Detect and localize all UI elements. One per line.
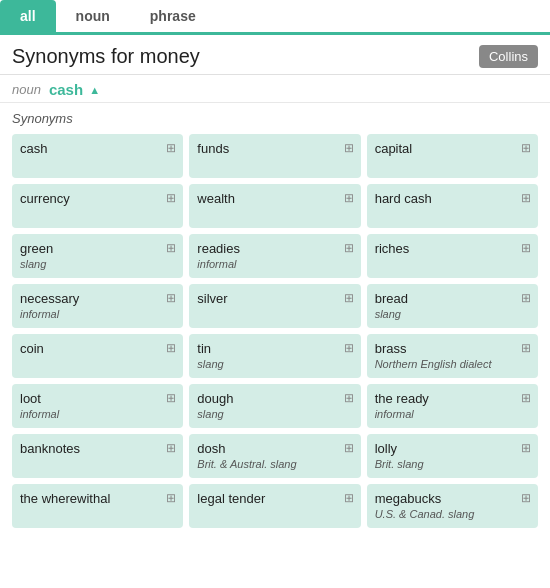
synonym-card[interactable]: coin⊞	[12, 334, 183, 378]
synonym-card[interactable]: lolly⊞Brit. slang	[367, 434, 538, 478]
synonym-card[interactable]: funds⊞	[189, 134, 360, 178]
collins-button[interactable]: Collins	[479, 45, 538, 68]
card-tag: slang	[20, 258, 175, 270]
synonyms-section: Synonyms cash⊞funds⊞capital⊞currency⊞wea…	[0, 103, 550, 532]
subheader: noun cash ▲	[0, 75, 550, 103]
book-icon[interactable]: ⊞	[521, 141, 531, 155]
synonym-card[interactable]: the ready⊞informal	[367, 384, 538, 428]
card-word: green	[20, 241, 175, 256]
synonym-card[interactable]: green⊞slang	[12, 234, 183, 278]
card-word: funds	[197, 141, 352, 156]
sort-arrow-icon[interactable]: ▲	[89, 84, 100, 96]
book-icon[interactable]: ⊞	[166, 391, 176, 405]
book-icon[interactable]: ⊞	[521, 191, 531, 205]
card-tag: slang	[375, 308, 530, 320]
tab-noun[interactable]: noun	[56, 0, 130, 32]
tab-phrase[interactable]: phrase	[130, 0, 216, 32]
book-icon[interactable]: ⊞	[344, 441, 354, 455]
synonym-card[interactable]: tin⊞slang	[189, 334, 360, 378]
card-word: megabucks	[375, 491, 530, 506]
book-icon[interactable]: ⊞	[166, 441, 176, 455]
synonym-card[interactable]: silver⊞	[189, 284, 360, 328]
book-icon[interactable]: ⊞	[166, 141, 176, 155]
card-word: necessary	[20, 291, 175, 306]
card-word: riches	[375, 241, 530, 256]
book-icon[interactable]: ⊞	[166, 291, 176, 305]
book-icon[interactable]: ⊞	[344, 341, 354, 355]
book-icon[interactable]: ⊞	[521, 391, 531, 405]
synonym-grid: cash⊞funds⊞capital⊞currency⊞wealth⊞hard …	[12, 134, 538, 528]
synonym-card[interactable]: currency⊞	[12, 184, 183, 228]
book-icon[interactable]: ⊞	[521, 441, 531, 455]
card-tag: Brit. & Austral. slang	[197, 458, 352, 470]
book-icon[interactable]: ⊞	[344, 191, 354, 205]
card-word: banknotes	[20, 441, 175, 456]
card-word: bread	[375, 291, 530, 306]
synonym-card[interactable]: the wherewithal⊞	[12, 484, 183, 528]
card-tag: Brit. slang	[375, 458, 530, 470]
card-tag: Northern English dialect	[375, 358, 530, 370]
synonym-card[interactable]: legal tender⊞	[189, 484, 360, 528]
card-tag: U.S. & Canad. slang	[375, 508, 530, 520]
headword[interactable]: cash	[49, 81, 83, 98]
tab-bar: all noun phrase	[0, 0, 550, 35]
book-icon[interactable]: ⊞	[344, 491, 354, 505]
tab-all[interactable]: all	[0, 0, 56, 32]
book-icon[interactable]: ⊞	[521, 491, 531, 505]
synonym-card[interactable]: dough⊞slang	[189, 384, 360, 428]
book-icon[interactable]: ⊞	[344, 391, 354, 405]
card-word: loot	[20, 391, 175, 406]
synonym-card[interactable]: necessary⊞informal	[12, 284, 183, 328]
card-word: legal tender	[197, 491, 352, 506]
card-word: readies	[197, 241, 352, 256]
card-word: brass	[375, 341, 530, 356]
synonym-card[interactable]: brass⊞Northern English dialect	[367, 334, 538, 378]
book-icon[interactable]: ⊞	[166, 341, 176, 355]
synonym-card[interactable]: riches⊞	[367, 234, 538, 278]
card-tag: informal	[375, 408, 530, 420]
synonym-card[interactable]: wealth⊞	[189, 184, 360, 228]
card-word: tin	[197, 341, 352, 356]
card-word: hard cash	[375, 191, 530, 206]
page-header: Synonyms for money Collins	[0, 35, 550, 75]
synonym-card[interactable]: loot⊞informal	[12, 384, 183, 428]
synonym-card[interactable]: readies⊞informal	[189, 234, 360, 278]
book-icon[interactable]: ⊞	[166, 191, 176, 205]
synonym-card[interactable]: hard cash⊞	[367, 184, 538, 228]
card-tag: slang	[197, 408, 352, 420]
book-icon[interactable]: ⊞	[521, 291, 531, 305]
book-icon[interactable]: ⊞	[521, 341, 531, 355]
card-word: currency	[20, 191, 175, 206]
synonyms-label: Synonyms	[12, 111, 538, 126]
card-tag: informal	[20, 308, 175, 320]
card-tag: informal	[197, 258, 352, 270]
card-word: dough	[197, 391, 352, 406]
card-word: the ready	[375, 391, 530, 406]
book-icon[interactable]: ⊞	[344, 241, 354, 255]
card-word: wealth	[197, 191, 352, 206]
synonym-card[interactable]: capital⊞	[367, 134, 538, 178]
card-tag: informal	[20, 408, 175, 420]
synonym-card[interactable]: cash⊞	[12, 134, 183, 178]
book-icon[interactable]: ⊞	[166, 491, 176, 505]
synonym-card[interactable]: bread⊞slang	[367, 284, 538, 328]
card-word: cash	[20, 141, 175, 156]
book-icon[interactable]: ⊞	[344, 141, 354, 155]
synonym-card[interactable]: dosh⊞Brit. & Austral. slang	[189, 434, 360, 478]
card-word: lolly	[375, 441, 530, 456]
book-icon[interactable]: ⊞	[521, 241, 531, 255]
card-word: coin	[20, 341, 175, 356]
card-word: capital	[375, 141, 530, 156]
card-word: dosh	[197, 441, 352, 456]
book-icon[interactable]: ⊞	[166, 241, 176, 255]
book-icon[interactable]: ⊞	[344, 291, 354, 305]
part-of-speech: noun	[12, 82, 41, 97]
synonym-card[interactable]: banknotes⊞	[12, 434, 183, 478]
page-title: Synonyms for money	[12, 45, 200, 68]
synonym-card[interactable]: megabucks⊞U.S. & Canad. slang	[367, 484, 538, 528]
card-word: silver	[197, 291, 352, 306]
card-tag: slang	[197, 358, 352, 370]
card-word: the wherewithal	[20, 491, 175, 506]
